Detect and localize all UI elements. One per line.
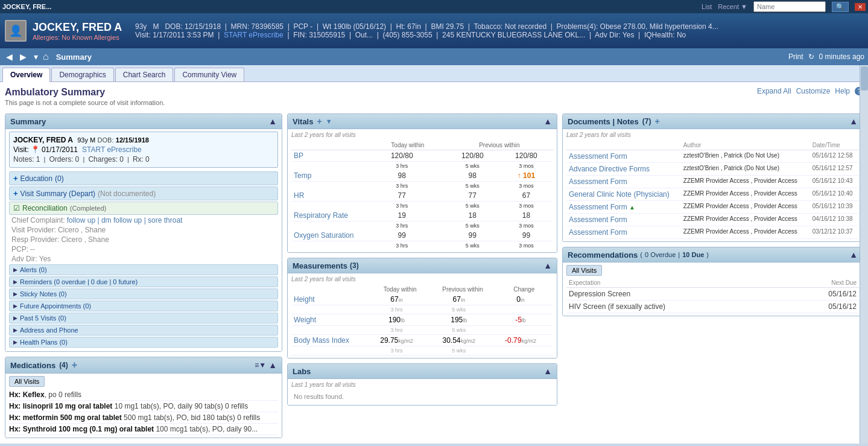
chief-complaint-row: Chief Complaint: follow up | dm follow u… (9, 216, 278, 225)
forward-btn[interactable]: ▶ (17, 51, 29, 63)
rec-filter-btn[interactable]: All Visits (566, 265, 602, 276)
vitals-add-btn[interactable]: + (317, 116, 322, 126)
rec-row: HIV Screen (if sexually active) 05/16/12 (566, 301, 859, 313)
recent-btn[interactable]: Recent ▼ (718, 3, 747, 10)
complaint-links[interactable]: follow up | dm follow up | sore throat (67, 216, 183, 225)
list-btn[interactable]: List (702, 3, 712, 10)
doc-assessment-form-1-link[interactable]: Assessment Form (569, 152, 627, 161)
rec-col-next-due: Next Due (787, 278, 859, 288)
home-icon[interactable]: ⌂ (43, 51, 49, 62)
vitals-bp-row: BP 120/80 120/80 120/80 (291, 150, 553, 162)
vitals-temp-sub: 3 hrs 5 wks 3 mos (291, 182, 553, 191)
patient-allergies: Allergies: No Known Allergies (33, 34, 129, 41)
main-scrollbar[interactable] (860, 65, 868, 444)
vitals-dropdown-btn[interactable]: ▼ (326, 118, 332, 125)
medication-item: Hx: Synthroid 100 mcg (0.1 mg) oral tabl… (9, 424, 278, 435)
visit-summary-section[interactable]: + Visit Summary (Depart) (Not documented… (9, 186, 278, 200)
reminders-item[interactable]: Reminders (0 overdue | 0 due | 0 future) (9, 276, 278, 287)
adv-dir-row: Adv Dir: Yes (9, 255, 278, 263)
future-appts-item[interactable]: Future Appointments (0) (9, 301, 278, 311)
medications-collapse-btn[interactable]: ▲ (268, 360, 277, 370)
doc-general-clinic-note-link[interactable]: General Clinic Note (Physician) (569, 190, 670, 199)
reconciliation-section[interactable]: ☑ Reconciliation (Completed) (9, 202, 278, 215)
help-btn[interactable]: Help (835, 87, 850, 95)
vitals-bp-label[interactable]: BP (291, 150, 370, 162)
close-btn[interactable]: ✕ (855, 3, 866, 11)
documents-collapse-btn[interactable]: ▲ (849, 116, 858, 126)
search-btn[interactable]: 🔍 (832, 2, 849, 12)
medications-panel-body: All Visits Hx: Keflex, po 0 refills Hx: … (5, 374, 282, 438)
labs-panel-title: Labs (293, 367, 311, 376)
medications-filter-btn[interactable]: All Visits (9, 376, 45, 387)
summary-panel-body: JOCKEY, FRED A 93y M DOB: 12/15/1918 Vis… (5, 129, 282, 351)
doc-assessment-form-6-link[interactable]: Assessment Form (569, 215, 627, 224)
resp-provider-val: Cicero , Shane (61, 235, 109, 244)
education-section[interactable]: + Education (0) (9, 171, 278, 185)
visit-summary-status: (Not documented) (98, 190, 156, 198)
measurements-panel-body: Last 2 years for all visits Today within… (288, 273, 557, 358)
print-btn[interactable]: Print (788, 53, 803, 61)
doc-row: General Clinic Note (Physician) ZZEMR Pr… (566, 188, 859, 201)
past-visits-item[interactable]: Past 5 Visits (0) (9, 313, 278, 323)
doc-assessment-form-5-link[interactable]: Assessment Form (569, 203, 627, 211)
vitals-rr-label[interactable]: Respiratory Rate (291, 210, 370, 221)
recommendations-collapse-btn[interactable]: ▲ (849, 250, 858, 260)
tab-chart-search[interactable]: Chart Search (115, 68, 174, 81)
documents-add-btn[interactable]: + (654, 116, 659, 126)
bmi-label[interactable]: Body Mass Index (291, 335, 370, 346)
name-search-input[interactable] (753, 1, 826, 12)
measurements-collapse-btn[interactable]: ▲ (543, 261, 552, 270)
back-btn[interactable]: ◀ (4, 51, 15, 63)
labs-period: Last 1 years for all visits (291, 381, 553, 388)
measurements-period: Last 2 years for all visits (291, 276, 553, 282)
medication-item: Hx: lisinopril 10 mg oral tablet 10 mg1 … (9, 401, 278, 412)
medications-panel-header: Medications (4) + ≡▼ ▲ (5, 357, 282, 374)
tab-demographics[interactable]: Demographics (51, 68, 113, 81)
refresh-icon[interactable]: ↻ (808, 53, 814, 61)
summary-panel-title: Summary (10, 117, 46, 126)
rec-row: Depression Screen 05/16/12 (566, 288, 859, 301)
meas-weight-sub: 3 hrs 5 wks (291, 326, 553, 335)
nav-summary-label: Summary (56, 53, 92, 62)
summary-visit-link[interactable]: START ePrescribe (82, 145, 142, 154)
doc-row: Advance Directive Forms zztestO'Brien , … (566, 163, 859, 176)
expand-all-btn[interactable]: Expand All (757, 87, 791, 95)
address-phone-item[interactable]: Address and Phone (9, 325, 278, 336)
vitals-temp-label[interactable]: Temp (291, 170, 370, 182)
alerts-item[interactable]: Alerts (0) (9, 264, 278, 275)
top-bar: JOCKEY, FRE... List Recent ▼ 🔍 ✕ (0, 0, 868, 13)
vitals-os-label[interactable]: Oxygen Saturation (291, 230, 370, 241)
start-eprescribe-link[interactable]: START ePrescribe (224, 31, 284, 39)
vitals-collapse-btn[interactable]: ▲ (543, 116, 552, 126)
height-label[interactable]: Height (291, 294, 370, 305)
doc-assessment-form-3-link[interactable]: Assessment Form (569, 177, 627, 186)
labs-panel-body: Last 1 years for all visits No results f… (288, 379, 557, 405)
sticky-notes-item[interactable]: Sticky Notes (0) (9, 288, 278, 299)
medication-item: Hx: metformin 500 mg oral tablet 500 mg1… (9, 412, 278, 424)
vitals-period: Last 2 years for all visits (291, 132, 553, 138)
labs-collapse-btn[interactable]: ▲ (543, 366, 552, 376)
weight-label[interactable]: Weight (291, 314, 370, 326)
tab-community-view[interactable]: Community View (174, 68, 244, 81)
doc-assessment-form-7-link[interactable]: Assessment Form (569, 228, 627, 237)
medication-item: Hx: Keflex, po 0 refills (9, 389, 278, 401)
nav-bar: ◀ ▶ ▾ ⌂ Summary Print ↻ 0 minutes ago (0, 48, 868, 65)
medications-menu-btn[interactable]: ≡▼ (255, 361, 266, 369)
tab-overview[interactable]: Overview (2, 68, 50, 82)
vitals-panel: Vitals + ▼ ▲ Last 2 years for all visits (287, 113, 557, 253)
summary-collapse-btn[interactable]: ▲ (268, 116, 277, 126)
docs-col-datetime: Date/Time (810, 141, 859, 150)
resp-provider-row: Resp Provider: Cicero , Shane (9, 235, 278, 244)
education-count: (0) (55, 174, 64, 183)
vitals-hr-label[interactable]: HR (291, 190, 370, 202)
rec-hiv-screen-due: 05/16/12 (787, 301, 859, 313)
health-plans-item[interactable]: Health Plans (0) (9, 337, 278, 348)
medications-add-btn[interactable]: + (72, 360, 77, 371)
up-btn[interactable]: ▾ (31, 51, 40, 63)
documents-panel-body: Last 2 years for all visits Author Date/… (563, 129, 863, 241)
summary-counts: Notes: 1 | Orders: 0 | Charges: 0 | Rx: … (13, 155, 274, 164)
medications-panel-title: Medications (10, 361, 55, 370)
customize-btn[interactable]: Customize (796, 87, 831, 95)
vitals-rr-row: Respiratory Rate 19 18 18 (291, 210, 553, 221)
doc-advance-directive-link[interactable]: Advance Directive Forms (569, 165, 650, 173)
